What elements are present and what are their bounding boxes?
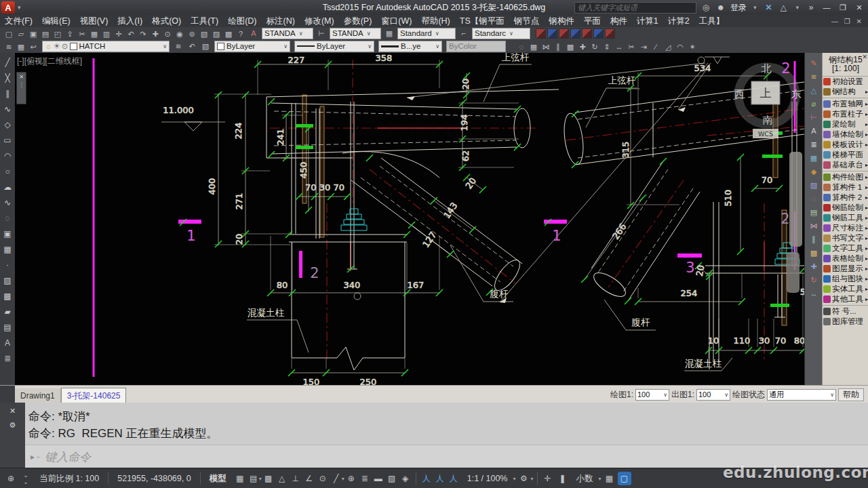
point-icon[interactable]: · [1,258,14,272]
offset-tool-icon[interactable]: ∥ [807,233,821,245]
array-tool-icon[interactable]: ▩ [807,247,821,259]
units-caret-icon[interactable]: ▾ [599,476,601,482]
draw-status-combo[interactable]: 通用∨ [767,389,836,401]
menu-item-8[interactable]: 修改(M) [300,16,339,27]
menu-item-0[interactable]: 文件(F) [0,16,37,27]
palette-item-1[interactable]: 钢结构▸ [823,87,868,97]
workspace-gear-icon[interactable]: ⚙ [517,472,530,485]
lineweight-display-icon[interactable]: ▬ [372,472,385,485]
properties-icon[interactable]: ▧ [198,28,210,40]
palette-item-23[interactable]: 图库管理 [823,317,868,327]
app-menu-caret-icon[interactable]: ▾ [18,4,21,11]
redo-icon[interactable]: ↷ [137,28,149,40]
palette-item-19[interactable]: 组与图块▸ [823,274,868,284]
palette-item-11[interactable]: 算构件 2▸ [823,192,868,203]
chamfer-icon[interactable]: ◿ [662,41,674,53]
menu-item-12[interactable]: TS【钢平面 [455,16,509,27]
make-block-icon[interactable]: ▦ [1,243,14,256]
dim-style-combo[interactable]: STANDA∨ [330,28,381,39]
palette-item-12[interactable]: 钢筋绘制▸ [823,203,868,213]
mdi-window-controls[interactable]: — ❐ ✕ [831,18,868,25]
stretch-tool-icon[interactable]: ↔ [807,287,821,300]
command-customize-icon[interactable]: ⚙ [9,421,16,430]
explode-icon[interactable]: ✶ [686,41,698,53]
quick-properties-icon[interactable]: ▦ [603,472,616,485]
ts-tool-3-icon[interactable] [559,28,569,39]
layer-tool-icon[interactable]: ≣ [807,138,821,150]
ts-tool-7-icon[interactable] [605,28,615,39]
menu-item-19[interactable]: 工具】 [694,16,730,27]
line-icon[interactable]: ╱ [1,56,14,69]
region-icon[interactable]: ▰ [1,305,14,319]
command-input-placeholder[interactable]: 键入命令 [45,449,91,465]
menu-item-17[interactable]: 计算1 [632,16,663,27]
dynamic-ucs-icon[interactable]: ⊕ [344,472,358,485]
command-prompt[interactable]: ▸ - 键入命令 [25,445,868,468]
measure-icon[interactable]: ⌀ [807,98,821,110]
arc-icon[interactable]: ◠ [1,149,14,163]
draw-order-icon[interactable]: ✎ [807,57,821,69]
menu-item-6[interactable]: 绘图(D) [223,16,261,27]
mini-docked-toolbar[interactable]: ✕ ⋮ [16,72,26,104]
palette-item-22[interactable]: 符 号... [823,306,868,317]
mleader-style-combo[interactable]: Standarc∨ [472,28,530,39]
palette-item-10[interactable]: 算构件 1▸ [823,182,868,192]
hatch-tool-icon[interactable]: ▨ [807,179,821,191]
units-button[interactable]: 小数 [571,473,599,485]
object-snap-tracking-icon[interactable]: ╱ [330,472,343,485]
drawing-tab-1[interactable]: 3-托架-140625 [61,388,127,403]
rectangle-icon[interactable]: ▭ [1,134,14,147]
dynamic-input-icon[interactable]: ≣ [358,472,372,485]
selection-cycling-icon[interactable]: ◈ [399,472,412,485]
match-properties-icon[interactable]: ✛ [113,28,125,40]
edit-icon[interactable]: ≣ [1,352,14,365]
insert-block-icon[interactable]: ▣ [1,227,14,241]
isolate-objects-icon[interactable]: ❚ [556,472,570,485]
menu-item-9[interactable]: 参数(P) [339,16,377,27]
menu-item-7[interactable]: 标注(N) [262,16,300,27]
zoom-realtime-icon[interactable]: ⊙ [161,28,174,40]
help-search-input[interactable] [574,2,696,14]
grid-settings-icon[interactable]: ▤ [247,472,260,485]
menu-item-15[interactable]: 平面 [579,16,606,27]
help-icon[interactable]: ? [235,28,247,39]
undo-icon[interactable]: ↶ [125,28,137,40]
snap-mode-icon[interactable]: ▩ [262,472,275,485]
menu-item-14[interactable]: 钢构件 [544,16,579,27]
gradient-icon[interactable]: ▩ [1,289,14,303]
menu-item-5[interactable]: 工具(T) [186,16,223,27]
ts-tool-6-icon[interactable] [593,28,604,39]
mirror-tool-icon[interactable]: ⋈ [807,220,821,232]
a360-icon[interactable]: △ [778,3,789,12]
array-icon[interactable]: ▩ [564,41,576,53]
menu-item-18[interactable]: 计算2 [663,16,694,27]
model-space-button[interactable]: 模型 [204,473,232,485]
copy-icon[interactable]: ▦ [88,28,100,40]
menu-item-4[interactable]: 格式(O) [147,16,186,27]
palette-item-8[interactable]: 基础承台▸ [823,160,868,170]
stretch-icon[interactable]: ↔ [613,41,625,52]
dim-style-icon[interactable]: ⊢ [315,28,328,39]
viewport-controls-label[interactable]: [-][俯视][二维线框] [17,56,82,67]
palette-item-14[interactable]: 尺寸标注▸ [823,223,868,233]
menu-item-11[interactable]: 帮助(H) [416,16,454,27]
mini-close-icon[interactable]: ✕ [19,74,24,80]
minimize-button[interactable]: — [821,3,833,12]
layer-combo[interactable]: ☼☀ ⊙ HATCH∨ [42,41,170,52]
table-icon[interactable]: ▤ [1,321,14,334]
menu-item-2[interactable]: 视图(V) [75,16,113,27]
sign-in-label[interactable]: 登录 [730,2,747,14]
drawing-canvas[interactable]: 2273582053411.0002242411946240027145070 … [15,53,804,385]
transparency-icon[interactable]: ▧ [385,472,399,485]
user-icon[interactable]: ☻ [715,3,726,12]
scale-icon[interactable]: ⇕ [601,41,613,53]
restore-button[interactable]: ❐ [837,3,849,12]
break-icon[interactable]: ∕ [650,41,662,52]
open-icon[interactable]: ▱ [15,28,27,40]
polyline-icon[interactable]: ∿ [1,102,14,116]
revision-cloud-icon[interactable]: ☁ [1,180,14,194]
copy-object-icon[interactable]: ▦ [528,41,540,53]
drawing-tab-0[interactable]: Drawing1 [15,388,61,403]
draw-scale-combo[interactable]: 100∨ [635,389,669,401]
palette-item-0[interactable]: 初始设置 [823,77,868,87]
